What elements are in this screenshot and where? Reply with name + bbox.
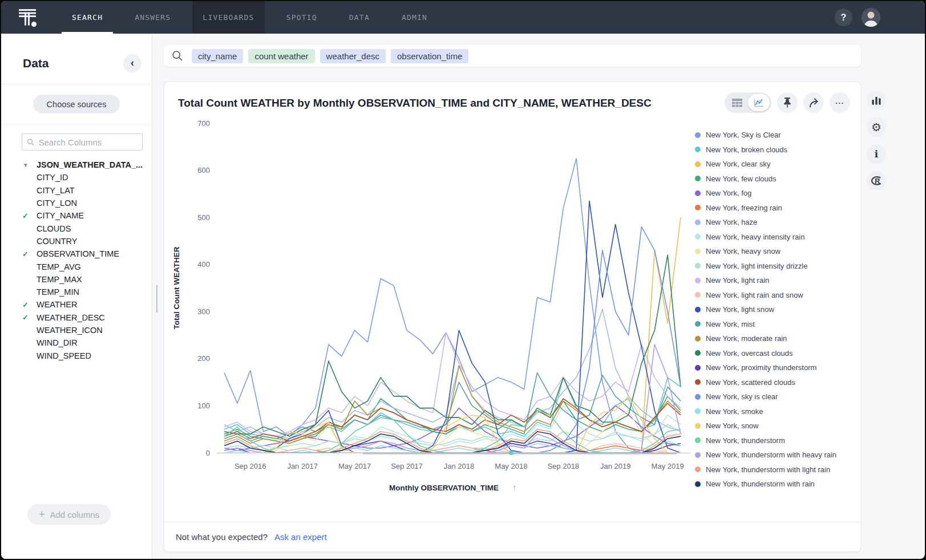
search-token[interactable]: city_name (192, 49, 243, 63)
legend-item[interactable]: New York, mist (695, 317, 854, 332)
ask-an-expert-link[interactable]: Ask an expert (274, 532, 327, 542)
help-button[interactable]: ? (835, 9, 852, 26)
nav-item-liveboards[interactable]: LIVEBOARDS (192, 1, 264, 34)
column-label: WEATHER_ICON (37, 326, 103, 335)
column-item-temp_max[interactable]: TEMP_MAX (1, 273, 152, 286)
legend-dot (695, 147, 701, 152)
table-name-row[interactable]: ▾ JSON_WEATHER_DATA_... (1, 159, 147, 171)
chart-line[interactable] (224, 201, 681, 453)
legend-item[interactable]: New York, light snow (695, 302, 854, 317)
column-item-city_name[interactable]: ✓CITY_NAME (1, 209, 152, 222)
choose-sources-button[interactable]: Choose sources (33, 95, 120, 113)
line-chart[interactable]: 0100200300400500600700Sep 2016Jan 2017Ma… (170, 111, 703, 504)
search-icon (172, 50, 183, 62)
sidebar-resize-handle[interactable] (156, 285, 160, 299)
chart-type-button[interactable] (867, 91, 886, 110)
column-item-weather[interactable]: ✓WEATHER (1, 298, 152, 311)
legend-item[interactable]: New York, snow (695, 419, 854, 433)
legend-item[interactable]: New York, light rain (695, 273, 854, 288)
legend-item[interactable]: New York, thunderstorm (695, 433, 854, 448)
nav-item-data[interactable]: DATA (339, 1, 380, 34)
column-item-wind_dir[interactable]: WIND_DIR (1, 336, 152, 349)
column-item-temp_min[interactable]: TEMP_MIN (1, 286, 152, 298)
legend-item[interactable]: New York, heavy intensity rain (695, 230, 854, 245)
chart-view-button[interactable] (748, 94, 770, 111)
legend-label: New York, moderate rain (706, 334, 787, 343)
more-actions-button[interactable]: ... (830, 92, 850, 113)
legend-item[interactable]: New York, scattered clouds (695, 375, 854, 390)
legend-item[interactable]: New York, sky is clear (695, 389, 854, 404)
legend-label: New York, clear sky (706, 160, 770, 168)
collapse-sidebar-button[interactable]: ‹ (123, 54, 141, 72)
legend-label: New York, proximity thunderstorm (706, 363, 816, 372)
legend-item[interactable]: New York, clear sky (695, 157, 854, 172)
legend-dot (695, 307, 701, 313)
search-token[interactable]: weather_desc (320, 49, 386, 63)
search-bar[interactable]: city_namecount weatherweather_descobserv… (164, 45, 861, 67)
search-token[interactable]: observation_time (391, 49, 468, 63)
legend-item[interactable]: New York, thunderstorm with heavy rain (695, 448, 854, 462)
column-item-city_lat[interactable]: CITY_LAT (1, 184, 152, 197)
pin-button[interactable] (777, 92, 798, 113)
legend-item[interactable]: New York, overcast clouds (695, 346, 854, 361)
legend-label: New York, sky is clear (706, 392, 778, 401)
legend-dot (695, 132, 701, 138)
legend-item[interactable]: New York, freezing rain (695, 201, 854, 216)
settings-gear-icon: ⚙ (871, 121, 881, 133)
column-item-country[interactable]: COUNTRY (1, 235, 152, 247)
legend-item[interactable]: New York, fog (695, 186, 854, 201)
sort-ascending-icon[interactable]: ↑ (512, 482, 517, 492)
legend-label: New York, thunderstorm with light rain (706, 465, 830, 474)
column-label: CITY_LON (37, 198, 77, 208)
nav-item-answers[interactable]: ANSWERS (124, 1, 181, 34)
caret-down-icon[interactable]: ▾ (24, 161, 27, 169)
column-item-observation_time[interactable]: ✓OBSERVATION_TIME (1, 247, 152, 260)
legend-item[interactable]: New York, broken clouds (695, 143, 854, 157)
y-tick-label: 0 (206, 449, 210, 457)
legend-item[interactable]: New York, light rain and snow (695, 288, 854, 303)
column-item-weather_desc[interactable]: ✓WEATHER_DESC (1, 311, 152, 324)
column-item-clouds[interactable]: CLOUDS (1, 222, 152, 234)
legend-item[interactable]: New York, light intensity drizzle (695, 259, 854, 274)
legend-item[interactable]: New York, few clouds (695, 172, 854, 186)
column-item-weather_icon[interactable]: WEATHER_ICON (1, 324, 152, 336)
r-analysis-icon: R (870, 176, 883, 186)
column-item-city_id[interactable]: CITY_ID (1, 171, 152, 184)
nav-item-spotiq[interactable]: SPOTIQ (276, 1, 327, 34)
right-rail: ⚙ i R (867, 91, 886, 190)
legend-item[interactable]: New York, smoke (695, 404, 854, 419)
table-name-label: JSON_WEATHER_DATA_... (37, 160, 143, 169)
legend-item[interactable]: New York, moderate rain (695, 331, 854, 346)
legend-item[interactable]: New York, proximity thunderstorm (695, 360, 854, 375)
column-search-input[interactable] (38, 137, 138, 147)
column-item-wind_speed[interactable]: WIND_SPEED (1, 349, 152, 362)
table-view-button[interactable] (726, 94, 748, 111)
nav-item-admin[interactable]: ADMIN (391, 1, 438, 34)
r-analysis-button[interactable]: R (867, 171, 886, 190)
column-label: CITY_LAT (37, 186, 75, 195)
nav-item-search[interactable]: SEARCH (62, 1, 113, 34)
legend-item[interactable]: New York, thunderstorm with rain (695, 477, 854, 492)
user-avatar[interactable] (862, 8, 880, 27)
thoughtspot-logo[interactable] (1, 1, 56, 34)
legend-label: New York, broken clouds (706, 145, 787, 154)
content-area: Data ‹ Choose sources ▾ JSON_WEATHER_DAT… (1, 34, 925, 559)
x-tick-label: Sep 2016 (234, 462, 266, 470)
legend-item[interactable]: New York, thunderstorm with light rain (695, 462, 854, 477)
add-columns-button[interactable]: + Add columns (27, 504, 111, 525)
info-button[interactable]: i (867, 144, 886, 164)
legend-item[interactable]: New York, Sky is Clear (695, 128, 854, 143)
column-item-temp_avg[interactable]: TEMP_AVG (1, 260, 152, 273)
settings-button[interactable]: ⚙ (867, 117, 886, 137)
data-point-marker[interactable] (509, 451, 513, 455)
search-token[interactable]: count weather (248, 49, 314, 63)
share-icon (808, 98, 819, 108)
legend-item[interactable]: New York, haze (695, 215, 854, 230)
legend-dot (695, 190, 701, 196)
column-item-city_lon[interactable]: CITY_LON (1, 197, 152, 209)
share-button[interactable] (803, 92, 824, 113)
column-label: CLOUDS (37, 224, 71, 233)
x-tick-label: May 2019 (652, 462, 684, 470)
legend-item[interactable]: New York, heavy snow (695, 244, 854, 259)
check-icon: ✓ (22, 301, 29, 309)
